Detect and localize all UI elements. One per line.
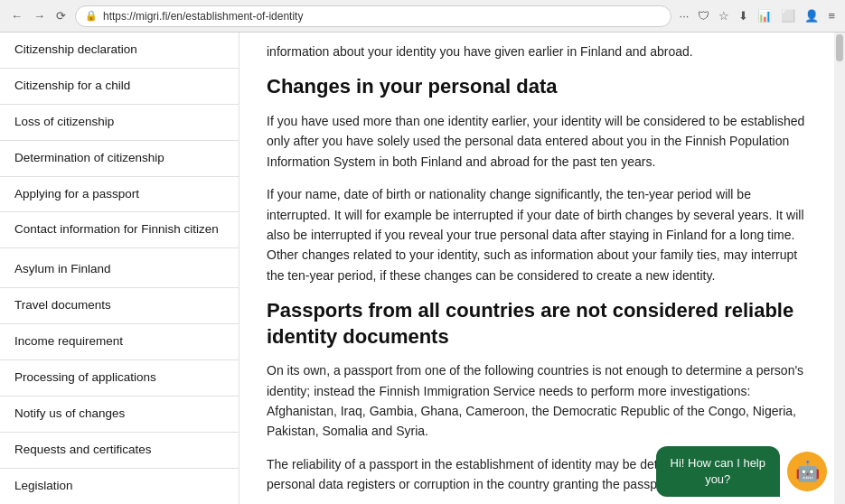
sidebar-item-requests-certificates[interactable]: Requests and certificates — [0, 433, 239, 469]
chat-icon-glyph: 🤖 — [795, 460, 820, 483]
section1-p2: If your name, date of birth or nationali… — [267, 184, 807, 285]
sidebar-item-citizenship-declaration[interactable]: Citizenship declaration — [0, 33, 239, 69]
sidebar-top-nav: Citizenship declaration Citizenship for … — [0, 33, 239, 248]
sidebar-item-citizenship-child[interactable]: Citizenship for a child — [0, 69, 239, 105]
intro-paragraph: information about your identity you have… — [267, 42, 807, 61]
sidebar-item-notify-changes[interactable]: Notify us of changes — [0, 397, 239, 433]
scrollbar[interactable] — [834, 33, 845, 504]
scroll-thumb[interactable] — [836, 34, 843, 61]
account-icon[interactable]: 👤 — [802, 7, 822, 24]
chat-bubble[interactable]: Hi! How can I help you? — [656, 446, 781, 497]
requests-certificates-link[interactable]: Requests and certificates — [0, 433, 239, 468]
main-content-area: information about your identity you have… — [239, 33, 834, 504]
legislation-link[interactable]: Legislation — [0, 469, 239, 504]
section1-p1: If you have used more than one identity … — [267, 111, 807, 172]
shield-icon[interactable]: 🛡 — [695, 7, 712, 24]
collections-icon[interactable]: 📊 — [755, 7, 775, 24]
sidebar-item-income-requirement[interactable]: Income requirement — [0, 324, 239, 360]
applying-passport-link[interactable]: Applying for a passport — [0, 177, 239, 212]
loss-citizenship-link[interactable]: Loss of citizenship — [0, 105, 239, 140]
contact-info-link[interactable]: Contact information for Finnish citizen — [0, 212, 239, 247]
address-bar[interactable]: 🔒 https://migri.fi/en/establishment-of-i… — [75, 5, 671, 27]
income-requirement-link[interactable]: Income requirement — [0, 324, 239, 359]
sidebar-item-loss-citizenship[interactable]: Loss of citizenship — [0, 105, 239, 141]
sidebar-item-determination-citizenship[interactable]: Determination of citizenship — [0, 141, 239, 177]
sidebar-main-nav: Asylum in Finland Travel documents Incom… — [0, 252, 239, 504]
star-icon[interactable]: ☆ — [716, 7, 732, 24]
back-button[interactable]: ← — [7, 7, 26, 24]
sidebar-item-legislation[interactable]: Legislation — [0, 469, 239, 504]
notify-changes-link[interactable]: Notify us of changes — [0, 397, 239, 432]
download-icon[interactable]: ⬇ — [736, 7, 751, 24]
lock-icon: 🔒 — [85, 10, 98, 22]
citizenship-declaration-link[interactable]: Citizenship declaration — [0, 33, 239, 68]
sidebar-item-contact-info[interactable]: Contact information for Finnish citizen — [0, 212, 239, 248]
travel-documents-link[interactable]: Travel documents — [0, 288, 239, 323]
sidebar: Citizenship declaration Citizenship for … — [0, 33, 239, 504]
processing-applications-link[interactable]: Processing of applications — [0, 360, 239, 396]
asylum-link[interactable]: Asylum in Finland — [0, 252, 239, 287]
more-options-icon[interactable]: ··· — [677, 7, 692, 24]
window-icon[interactable]: ⬜ — [778, 7, 798, 24]
page-content: Citizenship declaration Citizenship for … — [0, 33, 845, 504]
sidebar-item-applying-passport[interactable]: Applying for a passport — [0, 177, 239, 213]
browser-nav-icons[interactable]: ← → ⟳ — [7, 7, 70, 24]
section1-heading: Changes in your personal data — [267, 74, 807, 100]
sidebar-item-travel-documents[interactable]: Travel documents — [0, 288, 239, 324]
determination-citizenship-link[interactable]: Determination of citizenship — [0, 141, 239, 176]
section2-heading: Passports from all countries are not con… — [267, 298, 807, 350]
section2-p1: On its own, a passport from one of the f… — [267, 360, 807, 442]
browser-action-icons[interactable]: ··· 🛡 ☆ ⬇ 📊 ⬜ 👤 ≡ — [677, 7, 838, 24]
forward-button[interactable]: → — [30, 7, 49, 24]
sidebar-item-asylum[interactable]: Asylum in Finland — [0, 252, 239, 288]
chat-widget[interactable]: Hi! How can I help you? 🤖 — [656, 446, 828, 497]
browser-chrome: ← → ⟳ 🔒 https://migri.fi/en/establishmen… — [0, 0, 845, 33]
url-text: https://migri.fi/en/establishment-of-ide… — [103, 10, 303, 23]
refresh-button[interactable]: ⟳ — [52, 7, 70, 24]
citizenship-child-link[interactable]: Citizenship for a child — [0, 69, 239, 104]
sidebar-item-processing-applications[interactable]: Processing of applications — [0, 360, 239, 397]
menu-icon[interactable]: ≡ — [825, 7, 838, 24]
chat-button[interactable]: 🤖 — [787, 452, 827, 491]
